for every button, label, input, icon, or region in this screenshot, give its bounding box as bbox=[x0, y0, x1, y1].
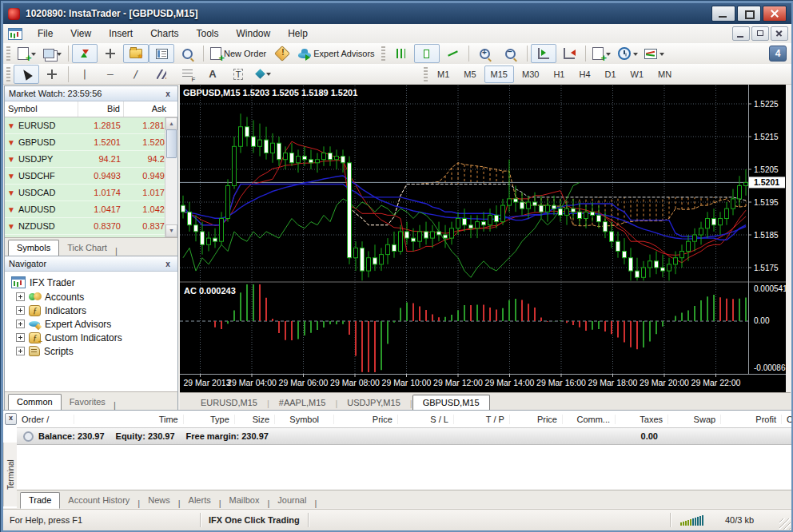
line-chart-button[interactable] bbox=[440, 44, 465, 63]
fibonacci-tool-button[interactable] bbox=[174, 65, 200, 84]
maximize-button[interactable] bbox=[737, 6, 761, 22]
terminal-tab-journal[interactable]: Journal bbox=[269, 493, 314, 508]
scroll-up-icon[interactable]: ▲ bbox=[165, 117, 177, 130]
market-watch-row[interactable]: ▼USDJPY94.2194.24 bbox=[5, 151, 177, 168]
terminal-column-price[interactable]: Price bbox=[334, 415, 398, 424]
timeframe-button-d1[interactable]: D1 bbox=[599, 66, 623, 83]
auto-scroll-button[interactable] bbox=[531, 44, 556, 63]
tree-item-custom-indicators[interactable]: Custom Indicators bbox=[6, 331, 176, 344]
tab-favorites[interactable]: Favorites bbox=[62, 395, 114, 410]
menu-item-insert[interactable]: Insert bbox=[100, 26, 141, 42]
text-tool-button[interactable]: A bbox=[200, 65, 225, 84]
market-watch-row[interactable]: ▼EURJPY120.75120.78 bbox=[5, 235, 177, 237]
terminal-tab-mailbox[interactable]: Mailbox bbox=[221, 493, 268, 508]
timeframe-button-h1[interactable]: H1 bbox=[547, 66, 571, 83]
periods-button[interactable] bbox=[615, 44, 641, 63]
scroll-down-icon[interactable]: ▼ bbox=[165, 224, 177, 237]
arrows-tool-button[interactable] bbox=[251, 65, 277, 84]
terminal-column-comm[interactable]: Comm... bbox=[563, 415, 616, 424]
chart-tab-gbpusdm15[interactable]: GBPUSD,M15 bbox=[412, 395, 490, 411]
menu-item-help[interactable]: Help bbox=[279, 26, 317, 42]
market-watch-row[interactable]: ▼USDCAD1.01741.0177 bbox=[5, 185, 177, 201]
menu-item-window[interactable]: Window bbox=[228, 26, 280, 42]
column-symbol[interactable]: Symbol bbox=[5, 101, 78, 117]
zoom-in-button[interactable] bbox=[472, 44, 498, 63]
important-news-button[interactable] bbox=[269, 44, 295, 63]
mailbox-badge[interactable]: 4 bbox=[769, 46, 787, 62]
terminal-tab-alerts[interactable]: Alerts bbox=[181, 493, 219, 508]
expand-plus-icon[interactable] bbox=[16, 347, 25, 355]
one-click-trading-label[interactable]: IFX One Click Trading bbox=[201, 515, 308, 525]
terminal-column-swap[interactable]: Swap bbox=[668, 415, 721, 424]
market-watch-row[interactable]: ▼GBPUSD1.52011.5204 bbox=[5, 134, 177, 151]
templates-button[interactable] bbox=[641, 44, 667, 63]
vertical-line-tool-button[interactable]: | bbox=[72, 65, 98, 84]
text-label-tool-button[interactable]: T bbox=[225, 65, 251, 84]
menu-item-view[interactable]: View bbox=[62, 26, 100, 42]
tree-item-scripts[interactable]: Scripts bbox=[6, 344, 176, 358]
terminal-column-size[interactable]: Size bbox=[235, 415, 275, 424]
menu-item-charts[interactable]: Charts bbox=[141, 26, 187, 42]
expand-plus-icon[interactable] bbox=[16, 333, 25, 342]
terminal-column-time[interactable]: Time bbox=[74, 415, 184, 424]
toolbar-grip[interactable] bbox=[381, 46, 385, 61]
scrollbar-thumb[interactable] bbox=[166, 129, 177, 158]
terminal-column-sl[interactable]: S / L bbox=[398, 415, 454, 424]
menu-item-file[interactable]: File bbox=[29, 26, 62, 42]
expand-plus-icon[interactable] bbox=[16, 306, 25, 315]
new-chart-button[interactable] bbox=[14, 44, 39, 63]
terminal-column-type[interactable]: Type bbox=[184, 415, 235, 424]
timeframe-button-h4[interactable]: H4 bbox=[572, 66, 596, 83]
bar-chart-button[interactable] bbox=[389, 44, 414, 63]
tab-tick-chart[interactable]: Tick Chart bbox=[59, 240, 115, 256]
zoom-out-button[interactable] bbox=[498, 44, 524, 63]
timeframe-button-m5[interactable]: M5 bbox=[457, 66, 482, 83]
expand-plus-icon[interactable] bbox=[16, 320, 25, 328]
market-watch-row[interactable]: ▼NZDUSD0.83700.8373 bbox=[5, 218, 177, 235]
terminal-tab-account-history[interactable]: Account History bbox=[60, 493, 137, 508]
price-chart[interactable]: 1.52251.52151.52051.51951.51851.51751.52… bbox=[180, 85, 786, 392]
data-window-button[interactable] bbox=[98, 44, 123, 63]
trendline-tool-button[interactable]: / bbox=[123, 65, 149, 84]
terminal-close-icon[interactable]: x bbox=[5, 413, 17, 425]
child-close-button[interactable] bbox=[771, 26, 788, 41]
market-watch-scrollbar[interactable]: ▲ ▼ bbox=[165, 117, 177, 237]
tab-symbols[interactable]: Symbols bbox=[8, 240, 59, 256]
resize-grip[interactable] bbox=[779, 518, 791, 530]
terminal-column-symbol[interactable]: Symbol bbox=[275, 415, 334, 424]
chart-window-icon[interactable] bbox=[8, 28, 22, 40]
cursor-tool-button[interactable] bbox=[14, 65, 39, 84]
timeframe-button-m30[interactable]: M30 bbox=[516, 66, 545, 83]
profiles-button[interactable] bbox=[39, 44, 65, 63]
tree-root-ifx-trader[interactable]: IFX Trader bbox=[6, 275, 176, 290]
strategy-tester-button[interactable] bbox=[174, 44, 200, 63]
market-watch-row[interactable]: ▼AUDUSD1.04171.0420 bbox=[5, 201, 177, 218]
chart-shift-button[interactable] bbox=[556, 44, 582, 63]
horizontal-line-tool-button[interactable]: — bbox=[98, 65, 123, 84]
toolbar-grip[interactable] bbox=[6, 46, 10, 61]
expert-advisors-button[interactable]: Expert Advisors bbox=[295, 44, 377, 63]
tab-common[interactable]: Common bbox=[8, 394, 62, 411]
toolbar-grip[interactable] bbox=[424, 67, 428, 81]
market-watch-row[interactable]: ▼EURUSD1.28151.2818 bbox=[5, 117, 177, 134]
child-restore-button[interactable] bbox=[751, 26, 769, 41]
terminal-tab-trade[interactable]: Trade bbox=[20, 492, 60, 509]
menu-item-tools[interactable]: Tools bbox=[188, 26, 228, 42]
timeframe-button-m1[interactable]: M1 bbox=[431, 66, 456, 83]
close-icon[interactable]: x bbox=[162, 89, 173, 98]
terminal-column-tp[interactable]: T / P bbox=[454, 415, 510, 424]
minimize-button[interactable] bbox=[711, 6, 735, 22]
timeframe-button-w1[interactable]: W1 bbox=[624, 66, 651, 83]
expand-plus-icon[interactable] bbox=[16, 292, 25, 301]
terminal-column-profit[interactable]: Profit bbox=[721, 415, 782, 424]
toolbar-grip[interactable] bbox=[6, 67, 10, 81]
market-watch-row[interactable]: ▼USDCHF0.94930.9496 bbox=[5, 168, 177, 185]
candlestick-chart-button[interactable] bbox=[414, 44, 440, 63]
indicators-button[interactable] bbox=[589, 44, 615, 63]
child-minimize-button[interactable] bbox=[732, 26, 750, 41]
terminal-column-comment[interactable]: Comment bbox=[782, 415, 791, 424]
timeframe-button-mn[interactable]: MN bbox=[652, 66, 678, 83]
column-ask[interactable]: Ask bbox=[124, 101, 169, 117]
chart-tab-aaplm15[interactable]: #AAPL,M15 bbox=[269, 395, 336, 411]
new-order-button[interactable]: New Order bbox=[207, 44, 269, 63]
